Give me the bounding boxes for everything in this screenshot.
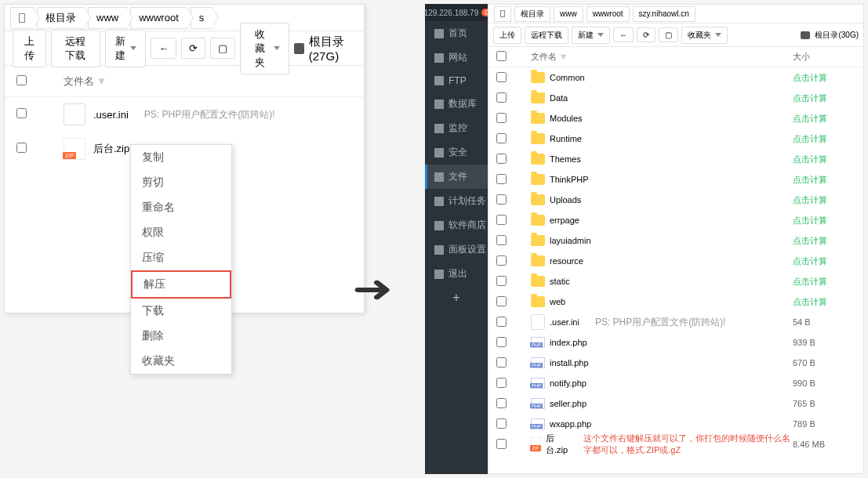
- row-checkbox[interactable]: [496, 296, 507, 306]
- context-menu-item[interactable]: 解压: [131, 270, 231, 299]
- file-row[interactable]: static 点击计算: [488, 271, 863, 292]
- row-checkbox[interactable]: [496, 255, 507, 266]
- row-checkbox[interactable]: [496, 154, 507, 164]
- select-all-checkbox[interactable]: [496, 51, 507, 61]
- sort-icon[interactable]: ▼: [559, 52, 568, 61]
- file-row[interactable]: Common 点击计算: [488, 67, 863, 88]
- row-checkbox[interactable]: [496, 337, 507, 347]
- row-checkbox[interactable]: [496, 398, 507, 408]
- refresh-button[interactable]: ⟳: [637, 27, 656, 42]
- file-row[interactable]: .user.iniPS: PHP用户配置文件(防跨站)!: [5, 97, 364, 132]
- sidebar-add-button[interactable]: +: [425, 286, 488, 310]
- row-checkbox[interactable]: [496, 174, 507, 184]
- file-row[interactable]: PHPinstall.php 670 B: [488, 353, 863, 373]
- breadcrumb-item[interactable]: www: [88, 7, 127, 29]
- file-row[interactable]: Modules 点击计算: [488, 108, 863, 129]
- row-checkbox[interactable]: [496, 92, 507, 103]
- new-button[interactable]: 新建: [572, 27, 610, 44]
- row-checkbox[interactable]: [496, 418, 507, 429]
- row-checkbox[interactable]: [496, 276, 507, 286]
- file-row[interactable]: layuiadmin 点击计算: [488, 230, 863, 251]
- calc-size-link[interactable]: 点击计算: [793, 73, 827, 82]
- file-row[interactable]: web 点击计算: [488, 292, 863, 312]
- row-checkbox[interactable]: [496, 439, 507, 449]
- file-row[interactable]: resource 点击计算: [488, 251, 863, 271]
- calc-size-link[interactable]: 点击计算: [793, 134, 827, 143]
- context-menu-item[interactable]: 删除: [131, 324, 231, 349]
- context-menu-item[interactable]: 收藏夹: [131, 349, 231, 374]
- terminal-button[interactable]: ▢: [659, 27, 678, 42]
- file-row[interactable]: ZIP后台.zip这个文件右键解压就可以了，你打包的时候随便什么名字都可以，格式…: [488, 434, 863, 454]
- file-row[interactable]: Runtime 点击计算: [488, 129, 863, 149]
- calc-size-link[interactable]: 点击计算: [793, 277, 827, 286]
- sidebar-item[interactable]: 网站: [425, 45, 488, 70]
- file-row[interactable]: Themes 点击计算: [488, 149, 863, 169]
- breadcrumb-item[interactable]: wwwroot: [130, 7, 187, 29]
- calc-size-link[interactable]: 点击计算: [793, 154, 827, 164]
- calc-size-link[interactable]: 点击计算: [793, 215, 827, 225]
- row-checkbox[interactable]: [16, 108, 27, 118]
- sidebar-item[interactable]: 首页: [425, 21, 488, 45]
- file-row[interactable]: PHPseller.php 765 B: [488, 393, 863, 414]
- calc-size-link[interactable]: 点击计算: [793, 114, 827, 123]
- breadcrumb-item[interactable]: www: [554, 6, 583, 22]
- row-checkbox[interactable]: [496, 235, 507, 245]
- breadcrumb-home[interactable]: [494, 6, 511, 22]
- file-row[interactable]: PHPwxapp.php 789 B: [488, 414, 863, 434]
- sidebar-item[interactable]: 文件: [425, 165, 488, 189]
- sidebar-item[interactable]: 计划任务: [425, 189, 488, 213]
- calc-size-link[interactable]: 点击计算: [793, 93, 827, 103]
- back-button[interactable]: ←: [613, 27, 634, 42]
- sort-icon[interactable]: ▼: [96, 75, 107, 87]
- row-checkbox[interactable]: [496, 133, 507, 143]
- file-row[interactable]: .user.iniPS: PHP用户配置文件(防跨站)! 54 B: [488, 312, 863, 332]
- context-menu-item[interactable]: 下载: [131, 299, 231, 324]
- sidebar-item[interactable]: 安全: [425, 140, 488, 165]
- file-row[interactable]: Data 点击计算: [488, 88, 863, 108]
- calc-size-link[interactable]: 点击计算: [793, 256, 827, 266]
- file-row[interactable]: PHPnotify.php 990 B: [488, 373, 863, 393]
- row-checkbox[interactable]: [496, 357, 507, 368]
- context-menu-item[interactable]: 复制: [131, 145, 231, 170]
- context-menu-item[interactable]: 压缩: [131, 245, 231, 270]
- row-checkbox[interactable]: [496, 194, 507, 205]
- sidebar-item[interactable]: 软件商店: [425, 213, 488, 237]
- sidebar-item[interactable]: 监控: [425, 116, 488, 140]
- sidebar-item[interactable]: FTP: [425, 70, 488, 92]
- file-row[interactable]: PHPindex.php 939 B: [488, 332, 863, 353]
- context-menu-item[interactable]: 权限: [131, 220, 231, 245]
- breadcrumb-item[interactable]: s: [191, 7, 213, 29]
- sidebar-item[interactable]: 退出: [425, 262, 488, 286]
- breadcrumb-home[interactable]: [10, 7, 34, 29]
- terminal-button[interactable]: ▢: [210, 38, 235, 59]
- sidebar-item[interactable]: 面板设置: [425, 237, 488, 262]
- row-checkbox[interactable]: [496, 72, 507, 82]
- file-row[interactable]: Uploads 点击计算: [488, 190, 863, 210]
- back-button[interactable]: ←: [151, 38, 176, 59]
- upload-button[interactable]: 上传: [13, 30, 46, 67]
- row-checkbox[interactable]: [496, 113, 507, 123]
- calc-size-link[interactable]: 点击计算: [793, 236, 827, 245]
- file-row[interactable]: ThinkPHP 点击计算: [488, 169, 863, 190]
- row-checkbox[interactable]: [496, 378, 507, 388]
- row-checkbox[interactable]: [496, 317, 507, 327]
- refresh-button[interactable]: ⟳: [181, 38, 205, 59]
- context-menu-item[interactable]: 重命名: [131, 195, 231, 220]
- favorites-button[interactable]: 收藏夹: [240, 23, 289, 74]
- upload-button[interactable]: 上传: [493, 27, 521, 44]
- calc-size-link[interactable]: 点击计算: [793, 195, 827, 205]
- remote-download-button[interactable]: 远程下载: [525, 27, 568, 44]
- remote-download-button[interactable]: 远程下载: [51, 30, 100, 67]
- select-all-checkbox[interactable]: [16, 75, 27, 85]
- favorites-button[interactable]: 收藏夹: [681, 27, 728, 44]
- sidebar-item[interactable]: 数据库: [425, 92, 488, 116]
- row-checkbox[interactable]: [496, 215, 507, 225]
- file-row[interactable]: errpage 点击计算: [488, 210, 863, 230]
- breadcrumb-item[interactable]: 根目录: [37, 7, 85, 29]
- breadcrumb-item[interactable]: wwwroot: [587, 6, 630, 22]
- row-checkbox[interactable]: [16, 143, 27, 153]
- context-menu-item[interactable]: 剪切: [131, 170, 231, 195]
- calc-size-link[interactable]: 点击计算: [793, 175, 827, 184]
- new-button[interactable]: 新建: [105, 30, 147, 67]
- breadcrumb-item[interactable]: 根目录: [514, 6, 550, 22]
